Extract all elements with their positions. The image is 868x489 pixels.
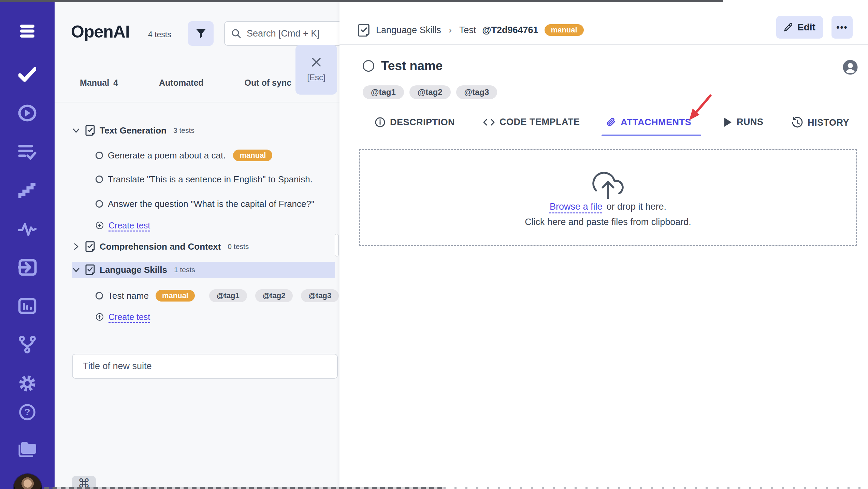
playlist-check-icon[interactable] [0,144,55,160]
suite-row-text-generation[interactable]: Text Generation 3 tests [72,123,194,138]
steps-icon[interactable] [0,182,55,199]
suite-row-comprehension[interactable]: Comprehension and Context 0 tests [72,239,249,254]
tab-manual-label: Manual [80,78,109,88]
test-row[interactable]: Generate a poem about a cat. manual [96,148,272,163]
paperclip-icon [607,117,616,128]
more-options-button[interactable]: ••• [831,16,853,39]
tag-list: @tag1 @tag2 @tag3 [363,85,497,99]
activity-pulse-icon[interactable] [0,221,55,236]
test-row[interactable]: Answer the question "What is the capital… [96,196,340,212]
create-test-link[interactable]: Create test [108,221,150,230]
bar-chart-icon[interactable] [0,298,55,314]
play-circle-icon[interactable] [0,104,55,122]
suites-panel: OpenAI 4 tests [Esc] Manual 4 [55,0,340,489]
test-detail-panel: Language Skills › Test @T2d964761 manual… [339,0,868,489]
manual-badge: manual [545,24,584,36]
suite-label: Text Generation [100,125,167,136]
tab-label: CODE TEMPLATE [500,117,580,127]
tag-pill: @tag2 [255,289,293,302]
app-screen: ? OpenAI 4 tests [Esc] [0,0,868,489]
app-logo: OpenAI [71,22,130,42]
tag-pill[interactable]: @tag2 [409,85,451,99]
suite-count: 3 tests [173,126,194,135]
suite-label: Language Skills [100,265,167,275]
plus-circle-icon [96,313,104,321]
chevron-down-icon[interactable] [72,265,81,274]
git-branch-icon[interactable] [0,335,55,354]
tag-pill[interactable]: @tag1 [363,85,404,99]
suite-row-language-skills[interactable]: Language Skills 1 tests [72,262,195,278]
chevron-right-icon[interactable] [72,242,81,251]
search-input[interactable] [246,28,340,39]
detail-tabs: DESCRIPTION CODE TEMPLATE ATTACHMENTS RU… [339,114,868,134]
tests-check-icon[interactable] [0,67,55,82]
sign-in-icon[interactable] [0,259,55,276]
suite-doc-icon [85,125,95,136]
test-label: Generate a poem about a cat. [108,150,226,161]
close-popover[interactable]: [Esc] [295,45,337,95]
tab-description[interactable]: DESCRIPTION [375,117,455,128]
tabs-divider [55,102,339,102]
create-test-row[interactable]: Create test [96,309,150,325]
new-suite-input[interactable] [82,361,328,372]
new-suite-field [72,354,338,379]
create-test-link[interactable]: Create test [108,312,150,322]
tab-history[interactable]: HISTORY [792,117,849,128]
test-bullet-icon [96,152,103,159]
create-test-row[interactable]: Create test [96,218,150,233]
ellipsis-icon: ••• [836,22,848,33]
tab-code-template[interactable]: CODE TEMPLATE [483,117,580,127]
window-top-edge [0,0,723,2]
tab-out-of-sync-label: Out of sync [245,78,292,88]
manual-badge: manual [156,290,195,302]
test-row[interactable]: Translate "This is a sentence in English… [96,171,340,187]
suite-count: 0 tests [228,242,249,251]
search-icon [231,28,241,39]
breadcrumb-test-label: Test [459,25,476,36]
test-label: Answer the question "What is the capital… [108,199,314,209]
browse-file-link[interactable]: Browse a file [550,201,603,212]
close-icon[interactable] [311,57,321,67]
tab-manual-count: 4 [113,78,118,88]
edit-button-label: Edit [797,22,815,33]
dropzone-text-line1: Browse a file or drop it here. [550,201,666,212]
menu-icon[interactable] [0,24,55,38]
breadcrumb: Language Skills › Test @T2d964761 manual [358,17,584,43]
tab-attachments[interactable]: ATTACHMENTS [607,117,691,128]
suite-doc-icon [85,241,95,252]
help-circle-icon[interactable]: ? [0,404,55,421]
manual-badge: manual [233,150,272,161]
user-avatar[interactable] [13,473,42,489]
plus-circle-icon [96,221,104,229]
suite-filter-tabs: Manual 4 Automated Out of sync [80,78,291,88]
settings-gear-icon[interactable] [0,374,55,393]
search-box [224,21,340,46]
total-test-count: 4 tests [148,30,171,39]
edit-button[interactable]: Edit [776,16,823,39]
suite-doc-icon [85,264,95,275]
tab-label: ATTACHMENTS [621,117,691,128]
tab-manual[interactable]: Manual 4 [80,78,118,88]
tab-label: RUNS [737,117,764,127]
assignee-avatar-icon[interactable] [843,60,858,75]
history-clock-icon [792,117,803,128]
active-tab-underline [602,135,701,136]
chevron-down-icon[interactable] [72,126,81,135]
tag-pill[interactable]: @tag3 [456,85,497,99]
tab-automated[interactable]: Automated [159,78,204,88]
file-dropzone[interactable]: Browse a file or drop it here. Click her… [359,149,857,246]
test-title-row: Test name [363,59,443,73]
folders-icon[interactable] [0,440,55,458]
test-row-test-name[interactable]: Test name manual @tag1 @tag2 @tag3 [96,288,339,304]
funnel-icon [195,28,207,39]
tab-out-of-sync[interactable]: Out of sync [245,78,292,88]
filter-button[interactable] [188,21,214,46]
tab-runs[interactable]: RUNS [723,117,764,127]
info-icon [375,117,386,128]
sidebar: ? [0,0,55,489]
scrollbar-thumb[interactable] [335,234,339,256]
breadcrumb-section[interactable]: Language Skills [376,25,441,36]
suite-label: Comprehension and Context [100,241,221,252]
breadcrumb-test-id: @T2d964761 [482,25,538,36]
test-label: Translate "This is a sentence in English… [108,174,313,185]
